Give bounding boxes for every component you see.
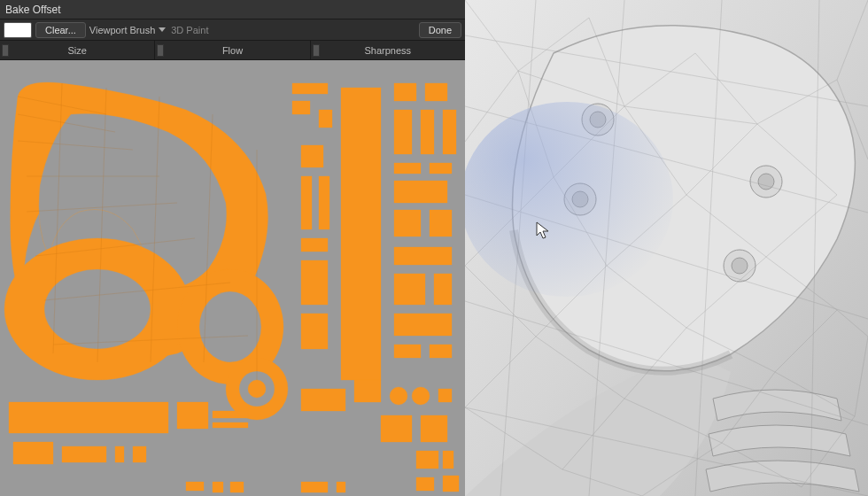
sharpness-label: Sharpness — [311, 45, 465, 56]
svg-rect-35 — [213, 411, 248, 418]
svg-rect-29 — [319, 176, 329, 229]
svg-rect-9 — [292, 101, 310, 114]
svg-rect-16 — [394, 163, 421, 174]
svg-rect-17 — [430, 163, 452, 174]
svg-rect-25 — [394, 345, 421, 358]
svg-rect-10 — [319, 110, 332, 128]
svg-rect-21 — [394, 247, 452, 265]
svg-rect-27 — [301, 145, 323, 167]
svg-rect-49 — [301, 482, 328, 492]
title-bar: Bake Offset — [0, 0, 465, 19]
svg-rect-33 — [9, 402, 168, 433]
svg-point-65 — [732, 258, 748, 274]
done-button[interactable]: Done — [419, 22, 461, 38]
svg-rect-32 — [301, 314, 328, 349]
toolbar: Clear... Viewport Brush 3D Paint Done — [0, 19, 465, 41]
svg-point-1 — [44, 269, 151, 349]
svg-rect-20 — [430, 210, 452, 236]
svg-point-40 — [412, 387, 430, 405]
window-title: Bake Offset — [5, 4, 60, 16]
svg-rect-11 — [394, 83, 416, 101]
svg-rect-26 — [430, 345, 452, 358]
svg-rect-18 — [394, 181, 447, 203]
svg-rect-48 — [230, 482, 244, 492]
svg-rect-51 — [381, 415, 412, 442]
svg-rect-54 — [443, 451, 453, 469]
paint-mode-label: 3D Paint — [171, 25, 208, 35]
svg-rect-55 — [443, 476, 459, 492]
svg-rect-42 — [13, 442, 53, 464]
flow-slider[interactable]: Flow — [155, 41, 310, 59]
slider-handle[interactable] — [157, 44, 164, 57]
svg-rect-53 — [416, 451, 438, 469]
svg-rect-41 — [438, 389, 452, 402]
left-panel: Bake Offset Clear... Viewport Brush 3D P… — [0, 0, 465, 496]
svg-rect-23 — [434, 274, 452, 305]
3d-viewport[interactable] — [465, 0, 868, 496]
svg-rect-15 — [443, 110, 456, 154]
svg-rect-31 — [301, 260, 328, 305]
svg-rect-47 — [213, 482, 223, 492]
svg-point-6 — [248, 380, 266, 398]
clear-button[interactable]: Clear... — [35, 22, 86, 38]
svg-rect-12 — [425, 83, 447, 101]
svg-rect-36 — [213, 422, 248, 428]
svg-rect-22 — [394, 274, 425, 305]
sharpness-slider[interactable]: Sharpness — [311, 41, 465, 59]
svg-rect-34 — [177, 402, 208, 429]
svg-rect-43 — [62, 446, 106, 462]
size-slider[interactable]: Size — [0, 41, 155, 59]
svg-rect-38 — [354, 380, 381, 402]
svg-rect-13 — [394, 110, 412, 154]
svg-rect-8 — [292, 83, 328, 94]
color-swatch[interactable] — [4, 22, 32, 38]
slider-handle[interactable] — [2, 44, 9, 57]
chevron-down-icon — [159, 27, 166, 32]
svg-rect-14 — [421, 110, 434, 154]
sliders-row: Size Flow Sharpness — [0, 41, 465, 60]
uv-layout-svg — [0, 60, 465, 496]
svg-point-3 — [199, 291, 261, 362]
slider-handle[interactable] — [313, 44, 320, 57]
uv-unwrap-canvas[interactable] — [0, 60, 465, 496]
svg-point-66 — [465, 102, 673, 297]
svg-rect-28 — [301, 176, 312, 229]
svg-rect-30 — [301, 238, 328, 252]
svg-rect-52 — [421, 415, 447, 442]
brush-label: Viewport Brush — [89, 25, 155, 35]
svg-rect-50 — [337, 482, 345, 492]
viewport-mesh-svg — [465, 0, 868, 496]
svg-rect-46 — [186, 482, 204, 491]
svg-rect-37 — [301, 389, 345, 411]
size-label: Size — [0, 45, 154, 56]
svg-rect-45 — [133, 446, 146, 462]
brush-dropdown[interactable]: Viewport Brush — [89, 25, 166, 35]
svg-point-39 — [390, 387, 407, 405]
svg-rect-24 — [394, 314, 452, 336]
svg-rect-19 — [394, 210, 421, 236]
svg-rect-44 — [115, 446, 124, 462]
svg-rect-56 — [416, 477, 434, 491]
flow-label: Flow — [155, 45, 309, 56]
svg-rect-7 — [341, 88, 381, 380]
